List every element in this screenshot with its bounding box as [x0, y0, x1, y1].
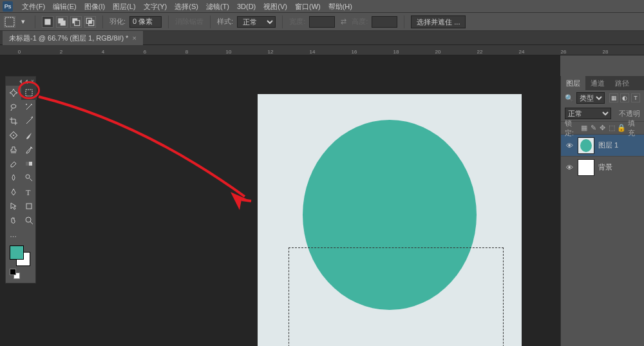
svg-rect-17	[26, 204, 32, 209]
opacity-label: 不透明	[619, 109, 640, 119]
ruler-tick: 24	[519, 49, 525, 55]
tab-paths[interactable]: 路径	[610, 76, 634, 90]
layer-thumbnail[interactable]	[578, 137, 594, 154]
horizontal-ruler: 0 2 4 6 8 10 12 14 16 18 20 22 24 26 28	[0, 45, 644, 55]
lock-paint-icon[interactable]: ✎	[591, 124, 597, 132]
svg-rect-5	[75, 20, 80, 25]
ruler-tick: 28	[603, 49, 609, 55]
options-bar: ▾ 羽化: 消除锯齿 样式: 正常 宽度: ⇄ 高度: 选择并遮住 ...	[0, 13, 644, 31]
tab-channels[interactable]: 通道	[585, 76, 610, 90]
crop-tool[interactable]	[6, 114, 21, 128]
menu-image[interactable]: 图像(I)	[80, 0, 109, 13]
menu-select[interactable]: 选择(S)	[171, 0, 202, 13]
blend-mode-select[interactable]: 正常	[565, 108, 611, 119]
swap-wh-icon: ⇄	[339, 17, 348, 26]
stamp-tool[interactable]	[6, 142, 21, 157]
lock-label: 锁定:	[565, 119, 578, 138]
sel-subtract-icon[interactable]	[70, 16, 82, 28]
brush-tool[interactable]	[21, 128, 37, 142]
menu-filter[interactable]: 滤镜(T)	[202, 0, 233, 13]
layer-thumbnail[interactable]	[578, 159, 594, 176]
lasso-tool[interactable]	[6, 100, 21, 114]
zoom-tool[interactable]	[21, 213, 37, 227]
menu-layer[interactable]: 图层(L)	[109, 0, 139, 13]
svg-rect-3	[61, 20, 66, 25]
ruler-tick: 26	[561, 49, 567, 55]
height-label: 高度:	[352, 17, 368, 26]
eraser-tool[interactable]	[6, 157, 21, 171]
ruler-tick: 22	[477, 49, 483, 55]
magic-wand-tool[interactable]	[21, 100, 37, 114]
default-colors[interactable]	[10, 269, 23, 279]
layer-row[interactable]: 👁 背景	[561, 156, 644, 178]
select-and-mask-button[interactable]: 选择并遮住 ...	[411, 15, 466, 28]
sel-add-icon[interactable]	[56, 16, 68, 28]
menu-edit[interactable]: 编辑(E)	[49, 0, 80, 13]
lock-position-icon[interactable]: ✥	[600, 124, 606, 132]
filter-image-icon[interactable]: ▦	[609, 93, 618, 102]
separator	[282, 15, 283, 28]
layer-name[interactable]: 背景	[598, 162, 612, 172]
feather-input[interactable]	[129, 16, 162, 28]
selection-mode-group	[42, 16, 96, 28]
pen-tool[interactable]	[6, 185, 21, 199]
search-icon: 🔍	[565, 94, 574, 102]
visibility-icon[interactable]: 👁	[565, 141, 574, 150]
lock-pixels-icon[interactable]: ▦	[581, 124, 587, 132]
menu-file[interactable]: 文件(F)	[18, 0, 49, 13]
dodge-tool[interactable]	[21, 171, 37, 185]
blur-tool[interactable]	[6, 171, 21, 185]
spot-heal-tool[interactable]	[6, 128, 21, 142]
filter-adjust-icon[interactable]: ◐	[620, 93, 629, 102]
lock-row: 锁定: ▦ ✎ ✥ ⬚ 🔒 填充	[561, 121, 644, 134]
visibility-icon[interactable]: 👁	[565, 163, 574, 172]
main-menubar: Ps 文件(F) 编辑(E) 图像(I) 图层(L) 文字(Y) 选择(S) 滤…	[0, 0, 644, 13]
menu-3d[interactable]: 3D(D)	[233, 0, 260, 13]
style-label: 样式:	[217, 17, 233, 26]
hand-tool[interactable]	[6, 213, 21, 227]
menu-type[interactable]: 文字(Y)	[140, 0, 171, 13]
fg-color-swatch[interactable]	[10, 245, 24, 260]
lock-artboard-icon[interactable]: ⬚	[609, 124, 615, 132]
svg-rect-14	[26, 162, 29, 166]
menu-help[interactable]: 帮助(H)	[325, 0, 356, 13]
svg-text:T: T	[26, 188, 31, 197]
ruler-tick: 0	[18, 49, 21, 55]
layer-list: 👁 图层 1 👁 背景	[561, 134, 644, 178]
eyedropper-tool[interactable]	[21, 114, 37, 128]
ruler-tick: 14	[310, 49, 316, 55]
sel-new-icon[interactable]	[42, 16, 53, 28]
document-tab[interactable]: 未标题-1 @ 66.7% (图层 1, RGB/8#) * ×	[3, 31, 143, 45]
chevron-down-icon[interactable]: ▾	[18, 17, 28, 27]
sel-intersect-icon[interactable]	[84, 16, 96, 28]
tool-preset[interactable]: ▾	[4, 16, 28, 28]
canvas[interactable]	[258, 94, 522, 346]
fg-bg-swatch[interactable]	[10, 245, 30, 266]
svg-point-12	[13, 135, 14, 136]
close-icon[interactable]: ×	[132, 31, 136, 45]
tab-layers[interactable]: 图层	[561, 76, 585, 90]
svg-rect-0	[5, 17, 14, 26]
menu-view[interactable]: 视图(V)	[260, 0, 291, 13]
ruler-tick: 16	[352, 49, 357, 55]
style-select[interactable]: 正常	[237, 16, 276, 28]
path-select-tool[interactable]	[6, 199, 21, 213]
ruler-tick: 8	[185, 49, 188, 55]
ruler-tick: 20	[435, 49, 441, 55]
lock-all-icon[interactable]: 🔒	[618, 124, 625, 132]
menu-window[interactable]: 窗口(W)	[291, 0, 325, 13]
type-tool[interactable]: T	[21, 185, 37, 199]
layer-filter-row: 🔍 类型 ▦ ◐ T	[561, 90, 644, 106]
gradient-tool[interactable]	[21, 157, 37, 171]
kind-select[interactable]: 类型	[576, 92, 605, 104]
edit-toolbar[interactable]: …	[6, 227, 37, 242]
svg-rect-8	[89, 20, 92, 23]
filter-type-icon[interactable]: T	[631, 93, 640, 102]
document-tab-bar: 未标题-1 @ 66.7% (图层 1, RGB/8#) * ×	[0, 31, 644, 45]
ruler-tick: 2	[60, 49, 62, 55]
marquee-preset-icon	[4, 16, 15, 28]
history-brush-tool[interactable]	[21, 142, 37, 157]
svg-point-10	[26, 104, 27, 105]
layer-name[interactable]: 图层 1	[598, 140, 618, 150]
shape-tool[interactable]	[21, 199, 37, 213]
